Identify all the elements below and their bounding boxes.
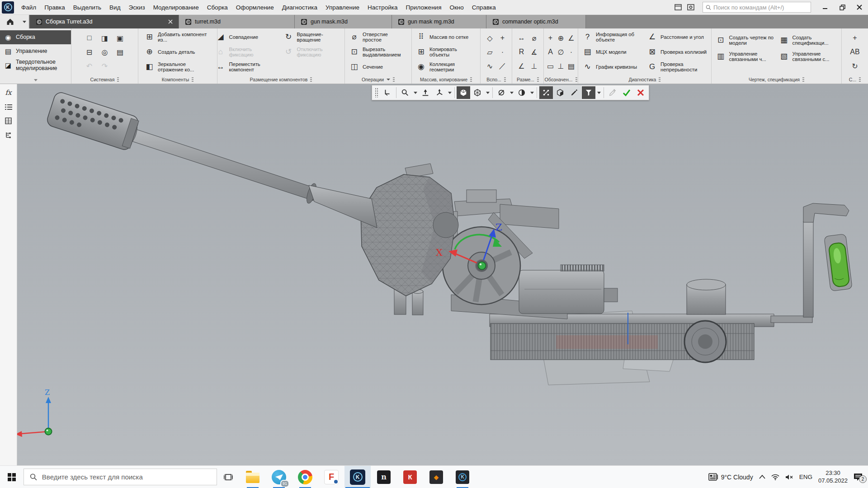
task-view-button[interactable] <box>217 466 240 488</box>
open-document-button[interactable]: ◨ <box>97 31 113 45</box>
copy-objects-button[interactable]: ⊞Копировать объекты <box>414 45 478 60</box>
create-bom-button[interactable]: ▦Создать спецификаци... <box>777 32 840 48</box>
taskbar-app-explorer[interactable] <box>240 466 266 488</box>
new-document-button[interactable]: □ <box>82 31 97 45</box>
print-button[interactable]: ⊟ <box>82 45 97 59</box>
menu-item[interactable]: Окно <box>445 0 467 15</box>
confirm-button[interactable] <box>620 86 633 99</box>
orientation-button[interactable] <box>433 86 446 99</box>
shaded-display-button[interactable] <box>457 86 470 99</box>
preview-button[interactable]: ◎ <box>97 45 113 59</box>
spline-button[interactable]: ∿ <box>484 59 496 73</box>
construction-axis-button[interactable]: ／ <box>496 59 509 73</box>
diameter-note-button[interactable]: ∅ <box>556 45 566 59</box>
rename-button[interactable]: AB <box>850 45 859 59</box>
create-part-button[interactable]: ⊕Создать деталь <box>142 45 213 60</box>
restore-button[interactable] <box>834 0 851 14</box>
mirror-components-button[interactable]: ◧Зеркальное отражение ко... <box>142 60 213 75</box>
cancel-button[interactable] <box>634 86 647 99</box>
linear-dimension-button[interactable]: ↔ <box>515 31 528 45</box>
zoom-button[interactable] <box>398 86 412 99</box>
appearance-brush-button[interactable] <box>567 86 581 99</box>
taskbar-app-modeler[interactable]: ◆ <box>423 466 449 488</box>
hide-objects-dropdown[interactable] <box>509 86 514 99</box>
structure-list-icon[interactable] <box>5 104 12 110</box>
gearbox[interactable] <box>519 265 618 314</box>
add-component-button[interactable]: ⊞Добавить компонент из... <box>142 30 213 45</box>
toolbar-drag-handle[interactable] <box>375 88 379 98</box>
windows-search[interactable] <box>24 469 217 485</box>
save-as-button[interactable]: ▤ <box>113 45 128 59</box>
display-mode-dropdown[interactable] <box>485 86 491 99</box>
command-search-input[interactable] <box>713 4 808 11</box>
menu-item[interactable]: Справка <box>468 0 500 15</box>
taskbar-app-k2[interactable]: K <box>449 466 476 488</box>
filter-button[interactable] <box>582 86 595 99</box>
distance-angle-button[interactable]: ∠Расстояние и угол <box>645 30 709 45</box>
grid-array-button[interactable]: ⠿Массив по сетке <box>414 30 478 45</box>
menu-item[interactable]: Настройка <box>363 0 401 15</box>
window-layout-button[interactable] <box>672 2 684 13</box>
datum-target-button[interactable]: + <box>545 31 556 45</box>
taskbar-app-chrome[interactable] <box>292 466 318 488</box>
kompas-logo-icon[interactable]: K <box>2 1 14 14</box>
normal-to-button[interactable] <box>419 86 432 99</box>
windows-search-input[interactable] <box>42 473 211 481</box>
menu-item[interactable]: Выделить <box>69 0 105 15</box>
tab-turret[interactable]: turret.m3d <box>179 15 295 28</box>
simple-hole-button[interactable]: ⌀Отверстие простое <box>347 30 410 45</box>
command-search[interactable] <box>703 2 811 13</box>
model-viewport[interactable]: X Z Z fx <box>0 84 868 465</box>
taskbar-app-red[interactable]: К <box>397 466 423 488</box>
clock[interactable]: 23:30 07.05.2022 <box>818 469 848 485</box>
model-tree-icon[interactable] <box>5 131 12 138</box>
create-drawing-button[interactable]: ⊡Создать чертеж по модели <box>713 32 777 48</box>
minimize-button[interactable] <box>816 0 834 14</box>
modes-collapse-button[interactable] <box>0 77 71 84</box>
construction-plane-button[interactable]: ◇ <box>484 31 496 45</box>
orientation-dropdown[interactable] <box>447 86 453 99</box>
tab-gun-mask-mg[interactable]: gun mask mg.m3d <box>392 15 486 28</box>
add-style-button[interactable]: + <box>850 31 859 45</box>
position-tolerance-button[interactable]: ⊕ <box>556 31 566 45</box>
disable-fixation-button[interactable]: ↺Отключить фиксацию <box>281 45 349 60</box>
geometry-collection-button[interactable]: ◉Коллекция геометрии <box>414 60 478 75</box>
action-center-button[interactable]: 2 <box>854 473 863 481</box>
menu-item[interactable]: Файл <box>17 0 40 15</box>
menu-item[interactable]: Оформление <box>232 0 278 15</box>
undo-button[interactable]: ↶ <box>82 59 97 73</box>
perpendicular-dimension-button[interactable]: ⊥ <box>528 59 541 73</box>
tab-gun-mask[interactable]: gun mask.m3d <box>295 15 392 28</box>
feature-frame-button[interactable]: ▭ <box>545 59 556 73</box>
gun-barrel[interactable] <box>128 124 377 228</box>
mode-management[interactable]: ▤ Управление <box>0 44 71 58</box>
home-tab-menu-button[interactable] <box>20 15 30 28</box>
display-mode-button[interactable] <box>471 86 484 99</box>
section-button[interactable]: ◫Сечение <box>347 60 410 75</box>
volume-muted-icon[interactable] <box>785 474 793 480</box>
save-button[interactable]: ▣ <box>113 31 128 45</box>
menu-item[interactable]: Правка <box>40 0 69 15</box>
taskbar-app-dark[interactable]: n <box>371 466 397 488</box>
menu-item[interactable]: Диагностика <box>278 0 321 15</box>
offset-plane-button[interactable]: ▱ <box>484 45 496 59</box>
orientation-triad[interactable]: Z <box>15 388 52 437</box>
radial-dimension-button[interactable]: R <box>515 45 528 59</box>
spacer-cylinder[interactable] <box>687 279 726 314</box>
continuity-check-button[interactable]: GПроверка непрерывности <box>645 60 709 75</box>
zoom-dropdown[interactable] <box>412 86 418 99</box>
tab-commander-optic[interactable]: commander optic.m3d <box>486 15 586 28</box>
rotation-rotation-mate-button[interactable]: ↻Вращение-вращение <box>281 30 349 45</box>
turret-gear[interactable] <box>491 321 754 362</box>
construction-point-button[interactable]: + <box>496 31 509 45</box>
mode-assembly[interactable]: ◉ Сборка <box>0 30 71 44</box>
menu-item[interactable]: Моделирование <box>149 0 203 15</box>
cut-extrude-button[interactable]: ⊡Вырезать выдавливанием <box>347 45 410 60</box>
tab-assembly-turret[interactable]: Сборка Turret.a3d <box>30 15 179 28</box>
datum-label-button[interactable]: A <box>545 45 556 59</box>
collision-check-button[interactable]: ⊠Проверка коллизий <box>645 45 709 60</box>
mode-solid-modeling[interactable]: ◪ Твердотельное моделирование <box>0 58 71 72</box>
object-info-button[interactable]: ?Информация об объекте <box>580 30 645 45</box>
parameters-grid-icon[interactable] <box>5 117 12 124</box>
angularity-button[interactable]: ∠ <box>566 31 576 45</box>
